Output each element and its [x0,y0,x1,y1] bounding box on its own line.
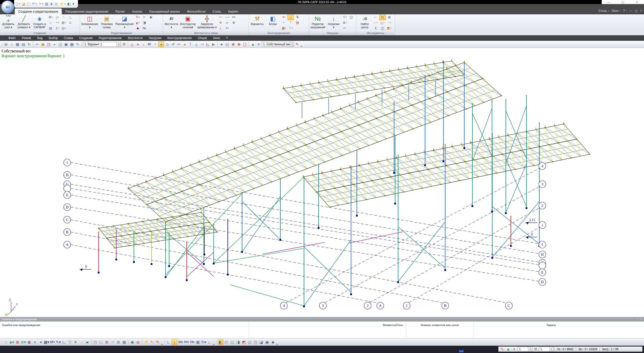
new-document-icon[interactable]: ▯ [16,2,18,6]
copy-button[interactable]: ◫Копирование▾ [81,15,99,31]
results-chart-icon[interactable]: ◧ [67,2,70,6]
menu-item-11[interactable]: Окно [210,36,223,40]
rotate-block-icon[interactable]: ↻ [26,42,32,47]
toolbar-grip[interactable]: ⁞ [215,340,217,344]
restore-button[interactable]: ▢ [619,1,627,4]
cursor-icon[interactable]: ▶ [211,42,216,47]
add-element-button[interactable]: ╱Добавитьэлемент ▾ [16,15,31,31]
mesh-gen-icon[interactable]: ▦▾ [61,20,67,25]
select-drag-icon[interactable]: ◳ [46,42,51,47]
minimize-button[interactable]: — [605,1,613,4]
pencil-red-icon[interactable]: ✎ [155,339,160,345]
ribbon-tab-3[interactable]: Анализ [129,9,146,14]
save-icon[interactable]: ◫ [27,2,30,6]
menu-item-12[interactable]: ? [223,36,231,40]
palette-icon[interactable]: ◩▾ [386,26,392,31]
errors-panel-pin-icon[interactable]: ▫ [635,317,639,322]
doc-transfer-icon[interactable]: ◨ [141,20,147,25]
ribbon-tab-2[interactable]: Расчет [112,9,129,14]
yz-projection-icon[interactable]: YZ▾ [190,339,195,345]
steel-beam-icon[interactable]: I [281,20,287,25]
zoom-off-icon[interactable]: ◎ [135,339,141,345]
menu-item-6[interactable]: Редактирование [96,36,125,40]
block-f-icon[interactable]: ▧ [294,20,300,25]
blue-view-icon[interactable]: ◪ [259,339,264,345]
ribbon-tab-6[interactable]: Сталь [209,9,225,14]
ramp-icon[interactable]: ◺ [205,42,210,47]
ribbon-tab-5[interactable]: Железобетон [183,9,209,14]
load-strip-icon[interactable]: ≡ [135,42,140,47]
sort-elements-icon[interactable]: ⇅ [294,15,300,20]
taskbar-app-icon[interactable] [459,350,464,352]
back-view-icon[interactable]: ◩ [241,339,247,345]
variants-button[interactable]: ⚒Варианты [250,15,265,31]
cross-section-icon[interactable]: + [287,15,294,20]
app-logo-icon[interactable]: ல [1,1,14,13]
rotate-green-icon[interactable]: ↺ [170,42,176,47]
help-dim-icon[interactable]: ? [153,42,158,47]
menu-item-1[interactable]: Режим [19,36,34,40]
redo-icon-arrow[interactable]: ▾ [42,3,43,5]
add-red-icon[interactable]: ⊕ [231,42,236,47]
menu-item-7[interactable]: Жесткости [125,36,146,40]
combo-arrow-icon[interactable]: ▼ [117,42,121,46]
add-select-icon[interactable]: + [158,41,164,47]
given-reinforcement-button[interactable]: ╬Заданноеармирование ▾ [197,15,217,31]
run-analysis-icon[interactable]: ⚡ [59,2,64,6]
plate-icon[interactable]: ▱ [224,20,230,25]
menu-item-9[interactable]: Конструирование [164,36,195,40]
poly-frame-icon[interactable]: ◱ [98,339,104,345]
pen-color-icon[interactable]: ✎▾ [56,339,61,345]
open-file-icon[interactable]: ◪ [22,2,25,6]
rotate-copy-icon[interactable]: ↻▾ [135,15,141,20]
loadcase-combo[interactable]: 1. Собственный вес▼ [262,42,294,47]
rebar-icon[interactable]: ≡▾ [281,15,287,20]
node-coords-icon[interactable]: +▾ [54,20,60,25]
pack-scheme-button[interactable]: ▣Упаковкасхемы [99,15,114,31]
tp-head-icon[interactable]: ⊤▾ [287,26,294,31]
left-view-icon[interactable]: ◨ [236,339,241,345]
truss-icon[interactable]: ⌂ [9,42,14,47]
zoom-in-icon[interactable]: ◉ [130,339,135,345]
blocks-button[interactable]: ◧Блоки [265,15,280,31]
iso-view-icon[interactable]: ◧ [218,339,223,345]
joint-merge-icon[interactable]: ◇ [165,42,170,47]
xz-projection-icon[interactable]: XZ▾ [178,339,183,345]
storey-gen-icon[interactable]: ▤ [48,26,54,31]
cc2-icon[interactable]: CC [231,15,237,20]
structural-model-view[interactable]: IHGEDCBA4321IHGED432A1BC03.150ZYX [0,48,644,317]
find-zoom-icon[interactable]: ◍ [386,15,392,20]
shade-view-icon[interactable]: ▣ [264,339,270,345]
arch-gen-icon[interactable]: ∪ [67,20,73,25]
help-menu[interactable]: ? [623,9,625,13]
properties-icon[interactable]: ✎ [75,42,80,47]
toolbar-grip[interactable]: ⁞ [1,43,3,46]
ribbon-tab-7[interactable]: Кирпич [225,9,242,14]
rotate-view-icon[interactable]: ↻▾ [201,339,206,345]
axes-down-icon[interactable]: ↓ [172,339,177,345]
ribbon-tab-1[interactable]: Расширенное редактирование [62,9,112,14]
x-frame-icon[interactable]: ◳ [93,339,98,345]
model-book-icon[interactable]: ▥ [45,2,48,6]
frame-nodes-icon[interactable]: ⊞ [15,339,20,345]
b-rotate-icon[interactable]: Б [73,339,78,345]
ribbon-tab-0[interactable]: Создание и редактирование [15,8,62,14]
frame-gen-icon[interactable]: ⊞▾ [48,15,54,20]
copy-icon[interactable]: ◫ [58,42,63,47]
status-variant-combo[interactable]: 1.▼ [539,347,554,351]
mesh-icon[interactable]: ▦ [15,42,20,47]
toolbar-overflow-icon[interactable]: ▾ [300,45,302,48]
mdi-restore-button[interactable]: ▢ [635,9,638,13]
flashlight-icon[interactable]: ⚡ [143,339,149,345]
window-menu[interactable]: Окно [612,9,619,13]
paste-mesh-icon[interactable]: ▦ [69,42,74,47]
combo-arrow-icon[interactable]: ▼ [528,347,532,351]
cut-icon[interactable]: ✂ [34,42,40,47]
toolbar-overflow-icon[interactable]: ▾ [276,343,278,346]
frames-3d-icon[interactable]: ▩ [122,339,127,345]
menu-item-5[interactable]: Создание [76,36,96,40]
filter-icon[interactable]: ▽ [67,339,72,345]
support-icon[interactable]: ⊥ [218,26,224,31]
rigid-link-icon[interactable]: —▾ [224,15,230,20]
create-sapfir-button[interactable]: ◈Создать вСАПФИР [32,15,47,31]
